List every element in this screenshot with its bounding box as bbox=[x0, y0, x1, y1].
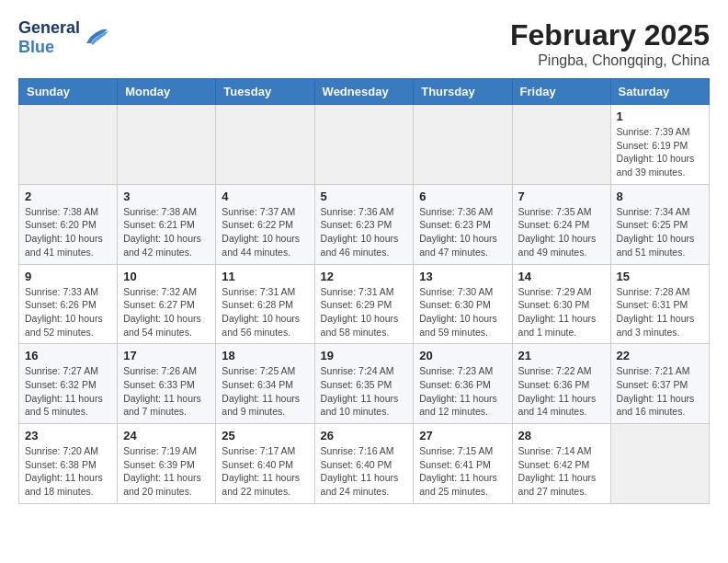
day-number: 23 bbox=[25, 429, 111, 442]
calendar-cell: 23Sunrise: 7:20 AM Sunset: 6:38 PM Dayli… bbox=[19, 424, 118, 504]
day-number: 20 bbox=[419, 349, 506, 362]
day-number: 14 bbox=[518, 270, 605, 283]
page-subtitle: Pingba, Chongqing, China bbox=[510, 52, 710, 69]
day-number: 9 bbox=[25, 270, 111, 283]
weekday-header-row: SundayMondayTuesdayWednesdayThursdayFrid… bbox=[19, 79, 710, 105]
calendar-week-row: 2Sunrise: 7:38 AM Sunset: 6:20 PM Daylig… bbox=[19, 184, 710, 264]
day-number: 25 bbox=[222, 429, 308, 442]
day-number: 3 bbox=[123, 190, 210, 203]
calendar-cell: 18Sunrise: 7:25 AM Sunset: 6:34 PM Dayli… bbox=[216, 344, 314, 424]
brand-logo: General Blue bbox=[18, 18, 109, 57]
day-number: 26 bbox=[321, 429, 408, 442]
calendar-cell: 4Sunrise: 7:37 AM Sunset: 6:22 PM Daylig… bbox=[216, 184, 314, 264]
day-info: Sunrise: 7:14 AM Sunset: 6:42 PM Dayligh… bbox=[518, 444, 605, 499]
day-info: Sunrise: 7:24 AM Sunset: 6:35 PM Dayligh… bbox=[321, 364, 408, 419]
calendar-cell: 7Sunrise: 7:35 AM Sunset: 6:24 PM Daylig… bbox=[512, 184, 610, 264]
day-number: 17 bbox=[123, 349, 210, 362]
day-info: Sunrise: 7:38 AM Sunset: 6:21 PM Dayligh… bbox=[123, 205, 210, 259]
day-info: Sunrise: 7:26 AM Sunset: 6:33 PM Dayligh… bbox=[123, 364, 210, 419]
logo-blue: Blue bbox=[18, 38, 54, 56]
calendar-cell: 19Sunrise: 7:24 AM Sunset: 6:35 PM Dayli… bbox=[314, 344, 414, 424]
title-block: February 2025 Pingba, Chongqing, China bbox=[510, 18, 710, 69]
calendar-cell bbox=[216, 105, 314, 185]
calendar-cell: 8Sunrise: 7:34 AM Sunset: 6:25 PM Daylig… bbox=[610, 184, 709, 264]
calendar-cell bbox=[19, 105, 118, 185]
calendar-cell: 24Sunrise: 7:19 AM Sunset: 6:39 PM Dayli… bbox=[118, 424, 216, 504]
calendar-cell: 20Sunrise: 7:23 AM Sunset: 6:36 PM Dayli… bbox=[414, 344, 512, 424]
day-info: Sunrise: 7:28 AM Sunset: 6:31 PM Dayligh… bbox=[617, 285, 703, 339]
calendar-cell bbox=[610, 424, 709, 504]
calendar-cell bbox=[414, 105, 512, 185]
day-info: Sunrise: 7:16 AM Sunset: 6:40 PM Dayligh… bbox=[321, 444, 408, 499]
day-info: Sunrise: 7:29 AM Sunset: 6:30 PM Dayligh… bbox=[518, 285, 605, 339]
day-info: Sunrise: 7:20 AM Sunset: 6:38 PM Dayligh… bbox=[25, 444, 111, 499]
calendar-week-row: 9Sunrise: 7:33 AM Sunset: 6:26 PM Daylig… bbox=[19, 264, 710, 344]
calendar-cell: 10Sunrise: 7:32 AM Sunset: 6:27 PM Dayli… bbox=[118, 264, 216, 344]
calendar-cell: 14Sunrise: 7:29 AM Sunset: 6:30 PM Dayli… bbox=[512, 264, 610, 344]
day-number: 18 bbox=[222, 349, 308, 362]
day-info: Sunrise: 7:19 AM Sunset: 6:39 PM Dayligh… bbox=[123, 444, 210, 499]
calendar-cell: 11Sunrise: 7:31 AM Sunset: 6:28 PM Dayli… bbox=[216, 264, 314, 344]
calendar-cell: 26Sunrise: 7:16 AM Sunset: 6:40 PM Dayli… bbox=[314, 424, 414, 504]
day-number: 15 bbox=[617, 270, 703, 283]
weekday-header-wednesday: Wednesday bbox=[314, 79, 414, 105]
calendar-cell bbox=[314, 105, 414, 185]
day-number: 1 bbox=[617, 109, 703, 123]
calendar-week-row: 16Sunrise: 7:27 AM Sunset: 6:32 PM Dayli… bbox=[19, 344, 710, 424]
day-number: 4 bbox=[222, 190, 308, 203]
calendar-cell: 6Sunrise: 7:36 AM Sunset: 6:23 PM Daylig… bbox=[414, 184, 512, 264]
calendar-cell bbox=[118, 105, 216, 185]
calendar-cell: 21Sunrise: 7:22 AM Sunset: 6:36 PM Dayli… bbox=[512, 344, 610, 424]
logo-bird-icon bbox=[82, 27, 109, 49]
day-number: 24 bbox=[123, 429, 210, 442]
weekday-header-sunday: Sunday bbox=[19, 79, 118, 105]
day-info: Sunrise: 7:17 AM Sunset: 6:40 PM Dayligh… bbox=[222, 444, 308, 499]
day-info: Sunrise: 7:37 AM Sunset: 6:22 PM Dayligh… bbox=[222, 205, 308, 259]
day-number: 21 bbox=[518, 349, 605, 362]
calendar-cell: 28Sunrise: 7:14 AM Sunset: 6:42 PM Dayli… bbox=[512, 424, 610, 504]
day-number: 8 bbox=[617, 190, 703, 203]
calendar-cell: 27Sunrise: 7:15 AM Sunset: 6:41 PM Dayli… bbox=[414, 424, 512, 504]
day-number: 16 bbox=[25, 349, 111, 362]
calendar-cell: 2Sunrise: 7:38 AM Sunset: 6:20 PM Daylig… bbox=[19, 184, 118, 264]
day-number: 28 bbox=[518, 429, 605, 442]
weekday-header-thursday: Thursday bbox=[414, 79, 512, 105]
day-info: Sunrise: 7:38 AM Sunset: 6:20 PM Dayligh… bbox=[25, 205, 111, 259]
day-number: 13 bbox=[419, 270, 506, 283]
calendar-cell: 12Sunrise: 7:31 AM Sunset: 6:29 PM Dayli… bbox=[314, 264, 414, 344]
day-info: Sunrise: 7:32 AM Sunset: 6:27 PM Dayligh… bbox=[123, 285, 210, 339]
calendar-cell: 13Sunrise: 7:30 AM Sunset: 6:30 PM Dayli… bbox=[414, 264, 512, 344]
calendar-week-row: 1Sunrise: 7:39 AM Sunset: 6:19 PM Daylig… bbox=[19, 105, 710, 185]
calendar-cell: 3Sunrise: 7:38 AM Sunset: 6:21 PM Daylig… bbox=[118, 184, 216, 264]
weekday-header-saturday: Saturday bbox=[610, 79, 709, 105]
calendar-cell: 25Sunrise: 7:17 AM Sunset: 6:40 PM Dayli… bbox=[216, 424, 314, 504]
calendar-cell: 22Sunrise: 7:21 AM Sunset: 6:37 PM Dayli… bbox=[610, 344, 709, 424]
day-number: 2 bbox=[25, 190, 111, 203]
calendar-cell: 5Sunrise: 7:36 AM Sunset: 6:23 PM Daylig… bbox=[314, 184, 414, 264]
calendar-cell: 1Sunrise: 7:39 AM Sunset: 6:19 PM Daylig… bbox=[610, 105, 709, 185]
calendar-cell: 17Sunrise: 7:26 AM Sunset: 6:33 PM Dayli… bbox=[118, 344, 216, 424]
day-info: Sunrise: 7:34 AM Sunset: 6:25 PM Dayligh… bbox=[617, 205, 703, 259]
weekday-header-monday: Monday bbox=[118, 79, 216, 105]
day-info: Sunrise: 7:21 AM Sunset: 6:37 PM Dayligh… bbox=[617, 364, 703, 419]
weekday-header-friday: Friday bbox=[512, 79, 610, 105]
day-number: 22 bbox=[617, 349, 703, 362]
day-info: Sunrise: 7:23 AM Sunset: 6:36 PM Dayligh… bbox=[419, 364, 506, 419]
day-info: Sunrise: 7:39 AM Sunset: 6:19 PM Dayligh… bbox=[617, 125, 703, 179]
day-number: 11 bbox=[222, 270, 308, 283]
day-number: 6 bbox=[419, 190, 506, 203]
day-info: Sunrise: 7:31 AM Sunset: 6:29 PM Dayligh… bbox=[321, 285, 408, 339]
calendar-week-row: 23Sunrise: 7:20 AM Sunset: 6:38 PM Dayli… bbox=[19, 424, 710, 504]
day-number: 5 bbox=[321, 190, 408, 203]
day-number: 19 bbox=[321, 349, 408, 362]
day-info: Sunrise: 7:33 AM Sunset: 6:26 PM Dayligh… bbox=[25, 285, 111, 339]
day-info: Sunrise: 7:31 AM Sunset: 6:28 PM Dayligh… bbox=[222, 285, 308, 339]
weekday-header-tuesday: Tuesday bbox=[216, 79, 314, 105]
page-title: February 2025 bbox=[510, 18, 710, 52]
day-info: Sunrise: 7:35 AM Sunset: 6:24 PM Dayligh… bbox=[518, 205, 605, 259]
calendar-table: SundayMondayTuesdayWednesdayThursdayFrid… bbox=[18, 78, 710, 504]
day-info: Sunrise: 7:15 AM Sunset: 6:41 PM Dayligh… bbox=[419, 444, 506, 499]
day-info: Sunrise: 7:25 AM Sunset: 6:34 PM Dayligh… bbox=[222, 364, 308, 419]
day-info: Sunrise: 7:22 AM Sunset: 6:36 PM Dayligh… bbox=[518, 364, 605, 419]
day-number: 10 bbox=[123, 270, 210, 283]
